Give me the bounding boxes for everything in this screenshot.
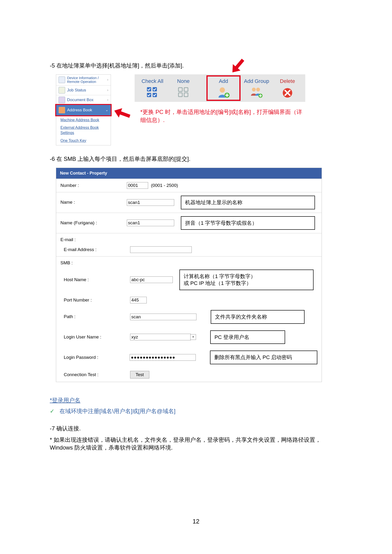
add-group-icon — [250, 86, 263, 98]
number-range: (0001 - 2500) — [151, 182, 178, 189]
furigana-label: Name (Furigana) : — [60, 220, 127, 226]
port-number-field[interactable] — [130, 297, 147, 303]
step-7-heading: -7 确认连接. — [50, 424, 342, 432]
test-button[interactable]: Test — [130, 371, 149, 379]
property-form: Number : (0001 - 2500) Name : 机器地址簿上显示的名… — [56, 179, 322, 382]
connection-test-label: Connection Test : — [60, 372, 130, 378]
email-address-field[interactable] — [130, 246, 192, 253]
svg-rect-8 — [184, 93, 188, 97]
furigana-annot: 拼音（1 字节字母数字或假名） — [181, 216, 315, 230]
sidebar-item-label: Address Book — [67, 107, 105, 113]
delete-icon — [281, 86, 294, 98]
clear-user-button[interactable]: × — [190, 334, 196, 340]
login-user-label: Login User Name : — [60, 334, 130, 340]
email-section-label: E-mail : — [60, 237, 127, 243]
step-7-body: * 如果出现连接错误，请确认主机名，文件夹名，登录用户名，登录密码，共享文件夹设… — [50, 436, 342, 452]
svg-point-11 — [252, 88, 256, 91]
login-password-field[interactable] — [130, 354, 196, 361]
number-label: Number : — [60, 182, 127, 189]
login-user-annot: PC 登录用户名 — [210, 330, 285, 344]
path-field[interactable] — [130, 314, 196, 320]
sidebar-item-label: Device Information / Remote Operation — [67, 76, 107, 84]
chevron-right-icon: › — [107, 97, 108, 102]
path-annot: 文件共享的文件夹名称 — [211, 310, 305, 324]
add-button[interactable]: Add — [206, 75, 241, 101]
svg-rect-7 — [178, 93, 182, 97]
address-book-icon — [59, 107, 65, 113]
check-icon: ✓ — [50, 408, 55, 414]
name-label: Name : — [60, 199, 127, 206]
none-label: None — [177, 78, 189, 84]
chevron-right-icon: › — [107, 77, 108, 82]
step-5-note: *更换 PC 时，单击适用地址的[编号]或[名称]，打开编辑界面（详细信息）. — [140, 108, 304, 124]
host-name-field[interactable] — [130, 277, 173, 283]
sidebar-sub-one-touch[interactable]: One Touch Key — [56, 138, 111, 145]
page-number: 12 — [0, 517, 392, 526]
step-6-text: -6 在 SMB 上输入每个项目，然后单击屏幕底部的[提交]. — [50, 155, 342, 163]
login-password-label: Login Password : — [60, 354, 130, 361]
number-field[interactable] — [127, 182, 148, 189]
add-label: Add — [219, 78, 228, 84]
name-annot: 机器地址簿上显示的名称 — [181, 196, 315, 209]
delete-button[interactable]: Delete — [272, 78, 303, 99]
path-label: Path : — [60, 314, 130, 320]
sidebar-sub-machine-ab[interactable]: Machine Address Book — [56, 116, 111, 125]
sidebar-item-label: Document Box — [67, 97, 107, 103]
sidebar-sub-external-ab[interactable]: External Address Book Settings — [56, 125, 111, 138]
add-group-button[interactable]: Add Group — [241, 78, 272, 99]
job-status-icon — [59, 87, 65, 94]
toolbar: Check All None Add — [135, 74, 305, 102]
furigana-field[interactable] — [127, 220, 174, 226]
arrow-to-address-book — [111, 103, 133, 124]
svg-point-12 — [256, 88, 260, 91]
port-number-label: Port Number : — [60, 297, 130, 303]
sidebar-item-address-book[interactable]: Address Book ⌄ — [55, 104, 112, 116]
delete-label: Delete — [280, 78, 295, 84]
login-username-heading: *登录用户名 — [50, 397, 80, 403]
sidebar-item-job-status[interactable]: Job Status › — [56, 85, 111, 95]
svg-point-9 — [220, 87, 225, 93]
chevron-down-icon: ⌄ — [105, 108, 108, 112]
sidebar-item-device-info[interactable]: Device Information / Remote Operation › — [56, 75, 111, 85]
login-password-annot: 删除所有黑点并输入 PC 启动密码 — [210, 351, 317, 364]
property-header: New Contact - Property — [56, 168, 322, 179]
email-address-label: E-mail Address : — [60, 247, 130, 253]
sidebar-item-label: Job Status — [67, 87, 107, 93]
svg-rect-5 — [178, 88, 182, 91]
sidebar-item-document-box[interactable]: Document Box › — [56, 95, 111, 105]
login-user-field[interactable] — [130, 334, 191, 340]
svg-marker-0 — [112, 106, 132, 121]
host-name-annot: 计算机名称（1 字节字母数字） 或 PC IP 地址（1 字节数字） — [179, 270, 314, 290]
none-button[interactable]: None — [168, 78, 199, 99]
chevron-right-icon: › — [107, 88, 108, 93]
host-name-label: Host Name : — [60, 277, 130, 283]
document-box-icon — [59, 97, 65, 103]
step-5-text: -5 在地址簿菜单中选择[机器地址簿]，然后单击[添加]. — [50, 62, 342, 70]
check-all-icon — [146, 86, 159, 98]
svg-marker-15 — [229, 56, 247, 76]
add-group-label: Add Group — [244, 78, 269, 84]
add-user-icon — [217, 86, 230, 98]
device-info-icon — [59, 76, 65, 83]
svg-rect-6 — [184, 88, 188, 91]
none-icon — [177, 86, 190, 98]
smb-section-label: SMB : — [60, 260, 127, 266]
check-all-label: Check All — [141, 78, 163, 84]
check-all-button[interactable]: Check All — [137, 78, 168, 99]
sidebar: Device Information / Remote Operation › … — [56, 74, 111, 146]
login-username-note: 在域环境中注册[域名\用户名]或[用户名@域名] — [59, 408, 176, 414]
name-field[interactable] — [127, 199, 174, 206]
